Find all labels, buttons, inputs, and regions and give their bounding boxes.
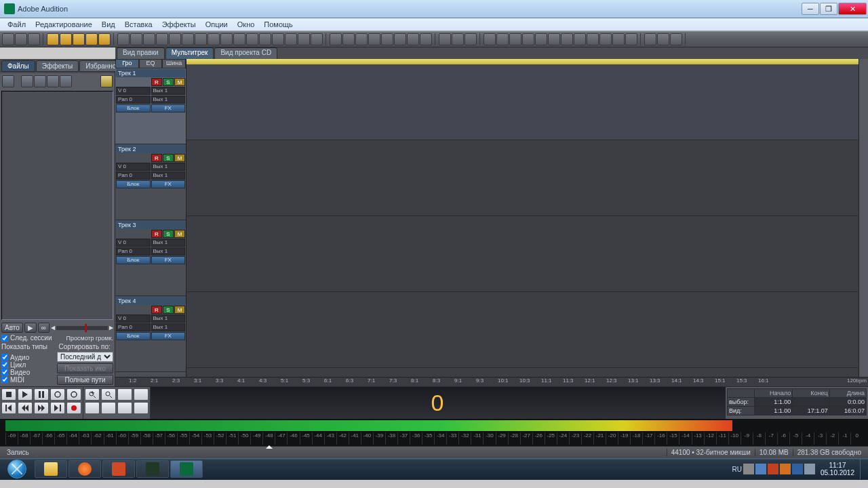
- tb-b3[interactable]: [143, 33, 155, 45]
- auto-play-button[interactable]: Авто: [1, 323, 23, 333]
- tb-d2[interactable]: [452, 33, 464, 45]
- tb-c3[interactable]: [355, 33, 368, 45]
- track-pan[interactable]: Pan 0: [116, 171, 151, 180]
- task-explorer[interactable]: [35, 460, 67, 478]
- sel-end[interactable]: [793, 398, 829, 407]
- track-fx-button[interactable]: FX: [151, 104, 186, 113]
- task-media[interactable]: [68, 460, 101, 478]
- tb-c1[interactable]: [330, 33, 342, 45]
- track-tab-bus[interactable]: Шина: [162, 59, 186, 68]
- file-tb-b4[interactable]: [60, 75, 72, 87]
- tray-lang[interactable]: RU: [732, 466, 741, 473]
- tray-clock[interactable]: 11:17 05.10.2012: [816, 460, 859, 478]
- track-out[interactable]: Вых 1: [151, 314, 186, 323]
- file-tb-b1[interactable]: [21, 75, 33, 87]
- tb-b15[interactable]: [298, 33, 310, 45]
- tb-f2[interactable]: [657, 33, 669, 45]
- tray-icon-4[interactable]: [780, 464, 791, 474]
- tb-b9[interactable]: [220, 33, 233, 45]
- minimize-button[interactable]: ─: [802, 3, 819, 15]
- track-volume[interactable]: V 0: [116, 314, 151, 323]
- track-volume[interactable]: V 0: [116, 87, 151, 95]
- track-tab-eq[interactable]: EQ: [139, 59, 163, 68]
- track-pan[interactable]: Pan 0: [116, 96, 151, 104]
- tb-b2[interactable]: [130, 33, 142, 45]
- tb-d3[interactable]: [465, 33, 477, 45]
- zoom-sel-r-button[interactable]: [134, 402, 149, 414]
- goto-start-button[interactable]: [1, 402, 16, 414]
- zoom-full-button[interactable]: [117, 388, 132, 401]
- tb-folder4[interactable]: [85, 33, 98, 45]
- menu-edit[interactable]: Редактирование: [31, 19, 97, 30]
- track-solo[interactable]: S: [163, 154, 174, 162]
- tb-b4[interactable]: [156, 33, 168, 45]
- tb-folder2[interactable]: [60, 33, 72, 45]
- forward-button[interactable]: [34, 402, 49, 414]
- tray-volume-icon[interactable]: [804, 464, 815, 474]
- tb-e5[interactable]: [535, 33, 547, 45]
- follow-session-check[interactable]: [1, 335, 8, 342]
- track-lanes[interactable]: [186, 59, 859, 377]
- preview-volume-slider[interactable]: [56, 326, 108, 330]
- track-mute[interactable]: M: [174, 154, 185, 162]
- maximize-button[interactable]: ❐: [820, 3, 837, 15]
- track-head-4[interactable]: Трек 4RSMV 0Вых 1Pan 0Вых 1БлокFX: [115, 296, 186, 372]
- tb-b5[interactable]: [169, 33, 181, 45]
- tb-b11[interactable]: [246, 33, 258, 45]
- loop-button[interactable]: [66, 388, 81, 401]
- tb-b16[interactable]: [311, 33, 323, 45]
- tb-e4[interactable]: [522, 33, 534, 45]
- track-lane-1[interactable]: [186, 64, 859, 140]
- track-lane-4[interactable]: [186, 292, 859, 368]
- tb-b13[interactable]: [272, 33, 284, 45]
- menu-effects[interactable]: Эффекты: [157, 19, 201, 30]
- track-pan[interactable]: Pan 0: [116, 323, 151, 331]
- sel-len[interactable]: 0:0.00: [829, 398, 866, 407]
- play-loop-button[interactable]: [50, 388, 65, 401]
- tb-folder3[interactable]: [73, 33, 85, 45]
- track-head-1[interactable]: Трек 1RSMV 0Вых 1Pan 0Вых 1БлокFX: [115, 68, 186, 144]
- track-fx-button[interactable]: FX: [151, 256, 186, 264]
- show-icons-button[interactable]: Показать ико: [57, 363, 113, 373]
- track-solo[interactable]: S: [163, 306, 174, 314]
- zoom-out-h-button[interactable]: [101, 388, 116, 401]
- zoom-sel-button[interactable]: [134, 388, 149, 401]
- tray-icon-5[interactable]: [792, 464, 803, 474]
- file-tab-0[interactable]: Файлы: [1, 60, 35, 72]
- track-mute[interactable]: M: [174, 230, 185, 238]
- tb-c8[interactable]: [420, 33, 432, 45]
- tb-d1[interactable]: [439, 33, 451, 45]
- stop-button[interactable]: [1, 388, 16, 401]
- track-in[interactable]: Вых 1: [151, 171, 186, 180]
- tb-e3[interactable]: [509, 33, 521, 45]
- tracks-vscroll[interactable]: [859, 59, 868, 377]
- pause-button[interactable]: [34, 388, 49, 401]
- tb-b1[interactable]: [117, 33, 130, 45]
- menu-help[interactable]: Помощь: [259, 19, 298, 30]
- tb-f3[interactable]: [670, 33, 682, 45]
- level-meter[interactable]: -69-68-67-66-65-64-63-62-61-60-59-58-57-…: [0, 419, 868, 446]
- view-begin[interactable]: 1:1.00: [755, 407, 793, 415]
- sort-select[interactable]: Последний д: [57, 352, 113, 362]
- file-tb-open[interactable]: [2, 75, 14, 87]
- timeline-ruler[interactable]: 1:22:12:33:13:34:14:35:15:36:16:37:17:38…: [115, 377, 868, 386]
- file-list[interactable]: [1, 91, 113, 320]
- track-head-2[interactable]: Трек 2RSMV 0Вых 1Pan 0Вых 1БлокFX: [115, 144, 186, 220]
- tb-folder1[interactable]: [47, 33, 59, 45]
- track-out[interactable]: Вых 1: [151, 163, 186, 171]
- file-tab-1[interactable]: Эффекты: [36, 60, 79, 72]
- tb-e8[interactable]: [574, 33, 586, 45]
- tb-b14[interactable]: [285, 33, 297, 45]
- tb-e10[interactable]: [599, 33, 612, 45]
- track-fx-button[interactable]: FX: [151, 180, 186, 188]
- track-arm-rec[interactable]: R: [151, 154, 162, 162]
- track-mute[interactable]: M: [174, 306, 185, 314]
- track-pan[interactable]: Pan 0: [116, 247, 151, 256]
- tray-icon-2[interactable]: [755, 464, 766, 474]
- menu-file[interactable]: Файл: [3, 19, 31, 30]
- close-button[interactable]: ✕: [838, 3, 867, 15]
- tb-c4[interactable]: [368, 33, 380, 45]
- track-mute[interactable]: M: [174, 78, 185, 86]
- tb-c5[interactable]: [381, 33, 393, 45]
- tb-c6[interactable]: [394, 33, 406, 45]
